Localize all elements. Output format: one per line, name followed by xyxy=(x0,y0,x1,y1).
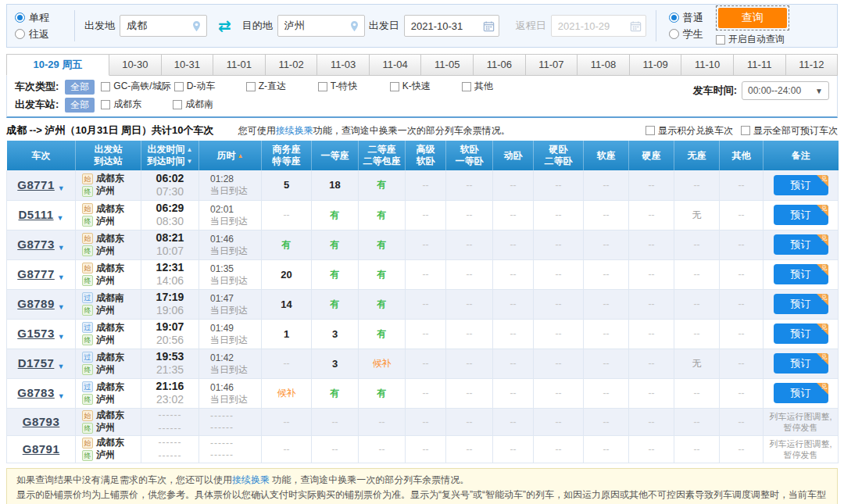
train-link[interactable]: G8791 xyxy=(23,442,60,456)
train-link[interactable]: G8793 xyxy=(23,415,60,428)
col-header-times[interactable]: 出发时间▲到达时间▼ xyxy=(141,141,199,170)
train-link[interactable]: D1757 xyxy=(18,356,55,370)
transfer-link[interactable]: 接续换乘 xyxy=(276,125,313,136)
seat-premium-soft-sleeper: -- xyxy=(406,435,446,463)
from-input[interactable]: 成都 xyxy=(120,15,207,37)
date-tab-11-04[interactable]: 11-04 xyxy=(370,54,422,76)
seat-hard-seat: -- xyxy=(629,408,674,435)
from-station: 始成都东 xyxy=(76,202,141,215)
train-type-option-GC-高铁/城际[interactable]: GC-高铁/城际 xyxy=(101,80,170,93)
passenger-type-option-学生[interactable]: 学生 xyxy=(669,27,703,41)
seat-hard-sleeper: -- xyxy=(534,349,584,378)
date-tab-11-09[interactable]: 11-09 xyxy=(630,54,682,76)
expand-caret-icon[interactable]: ▼ xyxy=(58,303,65,311)
arrival-day: ------ xyxy=(199,422,261,434)
seat-premium-soft-sleeper: -- xyxy=(406,170,446,200)
train-link[interactable]: D5111 xyxy=(19,208,54,221)
train-type-all-badge[interactable]: 全部 xyxy=(65,80,95,95)
expand-caret-icon[interactable]: ▼ xyxy=(58,333,65,341)
display-toggle-显示积分兑换车次[interactable]: 显示积分兑换车次 xyxy=(646,124,733,138)
book-button[interactable]: 预订兑 xyxy=(774,175,828,195)
expand-caret-icon[interactable]: ▼ xyxy=(58,273,65,281)
train-type-option-K-快速[interactable]: K-快速 xyxy=(390,80,459,93)
date-tab-11-06[interactable]: 11-06 xyxy=(474,54,526,76)
date-tab-11-01[interactable]: 11-01 xyxy=(213,54,266,76)
depart-station-option-成都南[interactable]: 成都南 xyxy=(173,98,241,111)
train-link[interactable]: G8773 xyxy=(17,238,55,251)
display-toggle-显示全部可预订车次[interactable]: 显示全部可预订车次 xyxy=(741,124,838,138)
from-station: 始成都东 xyxy=(76,232,141,245)
date-tab-11-02[interactable]: 11-02 xyxy=(266,54,318,76)
calendar-icon[interactable] xyxy=(483,20,495,32)
sort-up-icon[interactable]: ▲ xyxy=(187,146,193,153)
book-button[interactable]: 预订兑 xyxy=(774,383,828,403)
seat-soft-sleeper: -- xyxy=(446,170,493,200)
date-tab-11-11[interactable]: 11-11 xyxy=(734,54,786,76)
train-type-option-其他[interactable]: 其他 xyxy=(462,80,531,93)
date-tab-11-05[interactable]: 11-05 xyxy=(421,54,474,76)
transfer-link[interactable]: 接续换乘 xyxy=(232,474,270,485)
date-tab-10-31[interactable]: 10-31 xyxy=(162,54,214,76)
depart-time-select[interactable]: 00:00--24:00 ▼ xyxy=(742,81,829,100)
book-button[interactable]: 预订兑 xyxy=(774,234,828,255)
book-button[interactable]: 预订兑 xyxy=(774,323,828,344)
date-tab-10-30[interactable]: 10-30 xyxy=(109,54,162,76)
seat-moving-sleeper: -- xyxy=(493,200,534,230)
arrive-time: 19:06 xyxy=(141,304,198,317)
book-button[interactable]: 预订兑 xyxy=(774,205,828,225)
book-button[interactable]: 预订兑 xyxy=(774,264,828,284)
cell-train-no: G8783▼ xyxy=(7,378,76,408)
query-button[interactable]: 查询 xyxy=(718,8,787,28)
cell-train-no: G8777▼ xyxy=(7,259,76,289)
seat-first-class: 有 xyxy=(312,378,359,408)
seat-hard-sleeper: -- xyxy=(534,170,584,200)
train-link[interactable]: G1573 xyxy=(17,327,55,340)
expand-caret-icon[interactable]: ▼ xyxy=(58,184,65,192)
to-input[interactable]: 泸州 xyxy=(277,15,365,37)
date-tab-11-07[interactable]: 11-07 xyxy=(526,54,578,76)
date-tab-10-29 周五[interactable]: 10-29 周五 xyxy=(6,54,109,76)
swap-stations-icon[interactable]: ⇄ xyxy=(218,18,231,34)
book-button[interactable]: 预订兑 xyxy=(774,294,828,314)
train-link[interactable]: G8789 xyxy=(17,297,55,310)
expand-caret-icon[interactable]: ▼ xyxy=(57,214,64,222)
date-tab-11-12[interactable]: 11-12 xyxy=(786,54,839,76)
passenger-type-option-普通[interactable]: 普通 xyxy=(669,11,703,25)
seat-soft-seat: -- xyxy=(584,408,629,435)
seat-soft-sleeper: -- xyxy=(446,230,493,259)
duration: 01:42 xyxy=(199,352,261,364)
train-type-option-T-特快[interactable]: T-特快 xyxy=(318,80,387,93)
book-button[interactable]: 预订兑 xyxy=(774,353,828,374)
train-link[interactable]: G8771 xyxy=(17,178,55,191)
expand-caret-icon[interactable]: ▼ xyxy=(58,392,65,400)
expand-caret-icon[interactable]: ▼ xyxy=(58,244,65,252)
sort-down-icon[interactable]: ▼ xyxy=(187,158,193,165)
depart-time-label: 发车时间: xyxy=(693,84,737,98)
date-tab-11-10[interactable]: 11-10 xyxy=(681,54,734,76)
return-date-input[interactable]: 2021-10-29 xyxy=(551,15,646,37)
depart-station-option-成都东[interactable]: 成都东 xyxy=(101,98,170,111)
divider xyxy=(74,10,75,41)
train-link[interactable]: G8783 xyxy=(17,386,55,399)
col-header-duration[interactable]: 历时▲ xyxy=(199,141,262,170)
train-type-option-D-动车[interactable]: D-动车 xyxy=(174,80,243,93)
trip-type-option-单程[interactable]: 单程 xyxy=(15,11,65,25)
expand-caret-icon[interactable]: ▼ xyxy=(57,363,64,370)
date-tab-11-08[interactable]: 11-08 xyxy=(578,54,630,76)
auto-query-checkbox[interactable]: 开启自动查询 xyxy=(716,33,785,46)
trip-type-option-往返[interactable]: 往返 xyxy=(15,27,65,41)
points-ribbon-label: 兑 xyxy=(821,353,828,360)
checkbox-icon xyxy=(101,100,110,109)
points-ribbon-label: 兑 xyxy=(821,264,828,271)
sort-up-icon[interactable]: ▲ xyxy=(238,152,244,159)
arrive-time: 21:35 xyxy=(141,363,198,377)
depart-date-input[interactable]: 2021-10-31 xyxy=(404,15,499,37)
depart-station-all-badge[interactable]: 全部 xyxy=(65,98,95,113)
remark-text: 列车运行图调整,暂停发售 xyxy=(764,438,838,460)
date-tab-11-03[interactable]: 11-03 xyxy=(317,54,370,76)
from-station-name: 成都东 xyxy=(96,409,124,422)
train-link[interactable]: G8777 xyxy=(17,267,55,281)
duration: 01:47 xyxy=(199,292,261,305)
train-type-option-Z-直达[interactable]: Z-直达 xyxy=(246,80,315,93)
col-header-stations: 出发站到达站 xyxy=(76,141,141,170)
